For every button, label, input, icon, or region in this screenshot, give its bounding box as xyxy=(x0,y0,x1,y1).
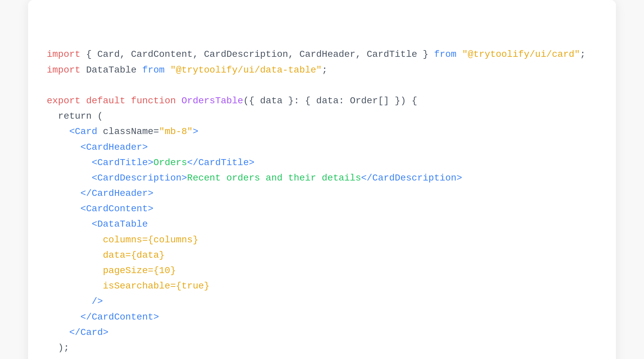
code-line: <CardContent> xyxy=(47,201,597,217)
code-token: "@trytoolify/ui/data-table" xyxy=(170,65,322,75)
code-line: </CardHeader> xyxy=(47,186,597,201)
code-token xyxy=(47,142,80,152)
code-token xyxy=(47,327,69,338)
code-token: </ xyxy=(80,312,92,322)
code-token: function xyxy=(131,96,176,106)
code-line: <CardHeader> xyxy=(47,140,597,155)
code-token: ={10} xyxy=(148,265,176,276)
code-token: CardTitle xyxy=(97,157,148,168)
code-token xyxy=(47,204,80,214)
code-line: return ( xyxy=(47,109,597,124)
code-token: CardContent xyxy=(92,312,153,322)
code-line: isSearchable={true} xyxy=(47,278,597,294)
code-token: export xyxy=(47,96,80,106)
code-editor-card: import { Card, CardContent, CardDescript… xyxy=(28,0,616,359)
code-token: Recent orders and their details xyxy=(187,173,361,183)
code-line: <CardDescription>Recent orders and their… xyxy=(47,170,597,186)
code-line: export default function OrdersTable({ da… xyxy=(47,93,597,109)
code-token: < xyxy=(92,219,97,229)
code-token: return ( xyxy=(47,111,103,121)
code-block: import { Card, CardContent, CardDescript… xyxy=(47,16,597,359)
code-token xyxy=(47,235,103,245)
code-token: from xyxy=(434,49,456,59)
code-token: > xyxy=(103,327,109,338)
code-token: /> xyxy=(92,296,103,307)
code-line: <Card className="mb-8"> xyxy=(47,124,597,139)
code-token: ={columns} xyxy=(142,235,198,245)
code-token: CardHeader xyxy=(92,188,148,199)
code-token xyxy=(47,250,103,260)
code-token: > xyxy=(181,173,187,183)
code-token: > xyxy=(142,142,148,152)
code-line: ); xyxy=(47,340,597,356)
code-line: <DataTable xyxy=(47,217,597,232)
code-token: > xyxy=(148,188,153,199)
code-token: ({ xyxy=(243,96,260,106)
code-token: CardContent xyxy=(86,204,148,214)
code-token: < xyxy=(69,126,75,137)
code-token xyxy=(47,126,69,137)
code-token xyxy=(47,265,103,276)
code-token xyxy=(47,312,80,322)
code-token: ={true} xyxy=(170,281,210,291)
code-token xyxy=(165,65,170,75)
code-token: { Card, CardContent, CardDescription, Ca… xyxy=(80,49,434,59)
code-line: import { Card, CardContent, CardDescript… xyxy=(47,47,597,62)
code-token: pageSize xyxy=(103,265,148,276)
code-token: "@trytoolify/ui/card" xyxy=(462,49,580,59)
code-line: /> xyxy=(47,294,597,309)
code-token: ; xyxy=(580,49,586,59)
code-line: import DataTable from "@trytoolify/ui/da… xyxy=(47,63,597,78)
code-token xyxy=(457,49,462,59)
code-token: OrdersTable xyxy=(181,96,243,106)
code-token: CardTitle xyxy=(198,157,249,168)
code-token: }: { data: Order[] }) { xyxy=(283,96,417,106)
code-token: import xyxy=(47,65,80,75)
code-token: ={data} xyxy=(125,250,165,260)
code-token: CardHeader xyxy=(86,142,142,152)
code-token: ); xyxy=(47,343,69,353)
code-token: Orders xyxy=(153,157,187,168)
code-token xyxy=(47,173,92,183)
code-token: < xyxy=(92,157,97,168)
code-line: data={data} xyxy=(47,248,597,263)
code-token: < xyxy=(80,142,86,152)
code-token xyxy=(47,281,103,291)
code-token: </ xyxy=(69,327,80,338)
code-token: DataTable xyxy=(80,65,142,75)
code-line: <CardTitle>Orders</CardTitle> xyxy=(47,155,597,170)
code-line xyxy=(47,78,597,93)
code-token: </ xyxy=(80,188,92,199)
code-token: > xyxy=(148,204,153,214)
code-line: } xyxy=(47,356,597,359)
code-line: pageSize={10} xyxy=(47,263,597,278)
code-token: isSearchable xyxy=(103,281,170,291)
code-token: from xyxy=(142,65,165,75)
code-line: </Card> xyxy=(47,325,597,340)
code-token: </ xyxy=(187,157,198,168)
code-token xyxy=(47,157,92,168)
code-token xyxy=(47,296,92,307)
code-token: CardDescription xyxy=(372,173,457,183)
code-token: default xyxy=(86,96,126,106)
code-token xyxy=(47,219,92,229)
code-line: columns={columns} xyxy=(47,232,597,248)
code-token: "mb-8" xyxy=(159,126,193,137)
code-token: </ xyxy=(361,173,372,183)
code-token: data xyxy=(260,96,283,106)
code-token: < xyxy=(92,173,97,183)
code-token: columns xyxy=(103,235,142,245)
code-token: > xyxy=(153,312,159,322)
code-token: DataTable xyxy=(97,219,148,229)
code-token: ; xyxy=(322,65,327,75)
code-token: > xyxy=(193,126,198,137)
code-token: data xyxy=(103,250,125,260)
code-token xyxy=(125,96,131,106)
code-token xyxy=(80,96,86,106)
code-token: import xyxy=(47,49,80,59)
code-token: CardDescription xyxy=(97,173,181,183)
code-line: </CardContent> xyxy=(47,310,597,325)
code-token: > xyxy=(148,157,153,168)
code-token xyxy=(176,96,182,106)
code-token xyxy=(47,188,80,199)
